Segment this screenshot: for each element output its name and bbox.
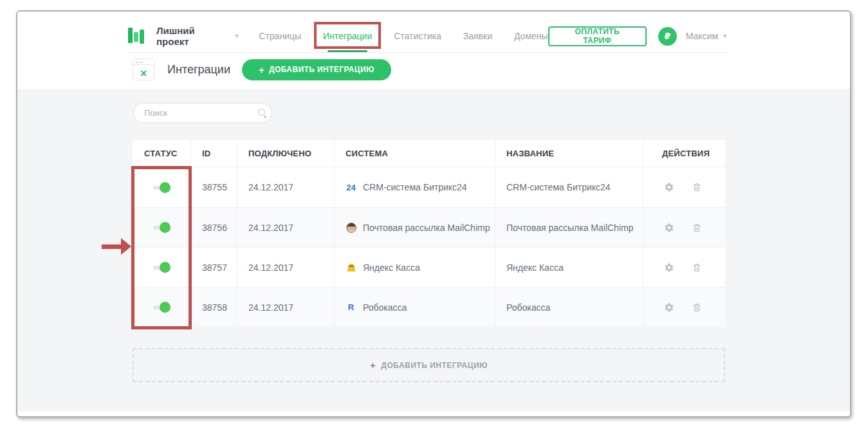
- trash-icon: [692, 302, 702, 313]
- system-label: Яндекс Касса: [363, 263, 420, 273]
- table-header-row: СТАТУС ID ПОДКЛЮЧЕНО СИСТЕМА НАЗВАНИЕ ДЕ…: [133, 140, 725, 167]
- connected-date: 24.12.2017: [237, 167, 335, 207]
- status-toggle[interactable]: [153, 302, 171, 313]
- column-header-connected: ПОДКЛЮЧЕНО: [237, 140, 335, 167]
- delete-button[interactable]: [692, 302, 702, 313]
- tab-integrations-label: Интеграции: [323, 31, 372, 41]
- gear-icon: [664, 223, 674, 233]
- trash-icon: [692, 263, 702, 273]
- settings-button[interactable]: [664, 223, 674, 233]
- integration-id: 38757: [191, 248, 237, 287]
- project-selector[interactable]: Лишний проект ▼: [156, 25, 239, 47]
- status-toggle[interactable]: [153, 182, 171, 193]
- add-integration-button[interactable]: + ДОБАВИТЬ ИНТЕГРАЦИЮ: [242, 59, 391, 80]
- robokassa-icon: R: [346, 302, 356, 313]
- integration-id: 38758: [191, 288, 237, 327]
- delete-button[interactable]: [692, 223, 702, 233]
- project-name: Лишний проект: [156, 25, 230, 47]
- yandex-kassa-icon: [346, 262, 356, 273]
- integration-name: Яндекс Касса: [495, 248, 643, 287]
- nav-tabs: Страницы Интеграции Статистика Заявки До…: [259, 31, 548, 41]
- system-label: CRM-система Битрикс24: [363, 182, 467, 192]
- gear-icon: [664, 263, 674, 273]
- gear-icon: [664, 182, 674, 192]
- integration-name: CRM-система Битрикс24: [495, 167, 643, 207]
- tab-statistics[interactable]: Статистика: [394, 31, 441, 41]
- plus-icon: +: [370, 360, 376, 371]
- connected-date: 24.12.2017: [237, 248, 335, 287]
- integration-id: 38755: [191, 167, 237, 207]
- integrations-icon: ✕: [133, 59, 154, 80]
- connected-date: 24.12.2017: [237, 208, 335, 247]
- integration-name: Почтовая рассылка MailChimp: [495, 208, 643, 247]
- ruble-icon: ₽: [664, 31, 670, 41]
- delete-button[interactable]: [692, 182, 702, 192]
- column-header-status: СТАТУС: [133, 140, 191, 167]
- status-toggle[interactable]: [153, 222, 171, 233]
- column-header-actions: ДЕЙСТВИЯ: [643, 140, 725, 167]
- avatar[interactable]: ₽: [658, 27, 677, 46]
- plus-icon: +: [259, 64, 264, 75]
- settings-button[interactable]: [664, 263, 674, 273]
- system-label: Почтовая рассылка MailChimp: [363, 223, 490, 233]
- status-toggle[interactable]: [153, 262, 171, 273]
- trash-icon: [692, 182, 702, 192]
- trash-icon: [692, 223, 702, 233]
- table-row: 38755 24.12.2017 24 CRM-система Битрикс2…: [133, 167, 725, 207]
- table-row: 38758 24.12.2017 R Робокасса Робокасса: [133, 287, 725, 327]
- add-integration-label: ДОБАВИТЬ ИНТЕГРАЦИЮ: [269, 65, 374, 74]
- page-title-row: ✕ Интеграции + ДОБАВИТЬ ИНТЕГРАЦИЮ: [133, 58, 391, 81]
- tab-integrations[interactable]: Интеграции: [323, 31, 372, 41]
- browser-frame: Лишний проект ▼ Страницы Интеграции Стат…: [16, 10, 851, 418]
- app-header: Лишний проект ▼ Страницы Интеграции Стат…: [17, 12, 850, 89]
- pay-tariff-button[interactable]: ОПЛАТИТЬ ТАРИФ: [548, 26, 647, 46]
- integrations-table: СТАТУС ID ПОДКЛЮЧЕНО СИСТЕМА НАЗВАНИЕ ДЕ…: [133, 140, 725, 327]
- search-field: [133, 103, 272, 123]
- system-label: Робокасса: [363, 302, 407, 313]
- settings-button[interactable]: [664, 182, 674, 192]
- search-input[interactable]: [144, 108, 257, 118]
- delete-button[interactable]: [692, 263, 702, 273]
- tab-domains[interactable]: Домены: [514, 31, 548, 41]
- tab-leads[interactable]: Заявки: [463, 31, 492, 41]
- chevron-down-icon: ▼: [722, 33, 728, 39]
- user-menu[interactable]: Максим ▼: [686, 31, 728, 41]
- nav-right-group: ОПЛАТИТЬ ТАРИФ ₽ Максим ▼: [548, 26, 728, 46]
- table-row: 38756 24.12.2017 Почтовая рассылка MailC…: [133, 207, 725, 247]
- tab-pages[interactable]: Страницы: [259, 31, 301, 41]
- column-header-system: СИСТЕМА: [335, 140, 495, 167]
- gear-icon: [664, 302, 674, 313]
- mailchimp-icon: [346, 222, 356, 233]
- add-integration-placeholder-label: ДОБАВИТЬ ИНТЕГРАЦИЮ: [381, 361, 488, 370]
- page-title: Интеграции: [167, 63, 230, 77]
- bitrix24-icon: 24: [346, 182, 356, 193]
- add-integration-placeholder[interactable]: + ДОБАВИТЬ ИНТЕГРАЦИЮ: [133, 348, 725, 382]
- app-logo-icon[interactable]: [128, 26, 145, 46]
- content-area: СТАТУС ID ПОДКЛЮЧЕНО СИСТЕМА НАЗВАНИЕ ДЕ…: [17, 89, 850, 411]
- column-header-id: ID: [191, 140, 237, 167]
- user-name: Максим: [686, 31, 718, 41]
- chevron-down-icon: ▼: [234, 33, 239, 39]
- integration-id: 38756: [191, 208, 237, 247]
- top-navigation: Лишний проект ▼ Страницы Интеграции Стат…: [128, 23, 728, 49]
- search-icon: [257, 108, 268, 118]
- integration-name: Робокасса: [495, 288, 643, 327]
- column-header-name: НАЗВАНИЕ: [495, 140, 643, 167]
- settings-button[interactable]: [664, 302, 674, 313]
- table-row: 38757 24.12.2017 Яндекс Касса Яндекс Кас…: [133, 247, 725, 287]
- annotation-arrow-icon: [102, 238, 131, 255]
- nav-divider: [128, 52, 728, 53]
- connected-date: 24.12.2017: [237, 288, 335, 327]
